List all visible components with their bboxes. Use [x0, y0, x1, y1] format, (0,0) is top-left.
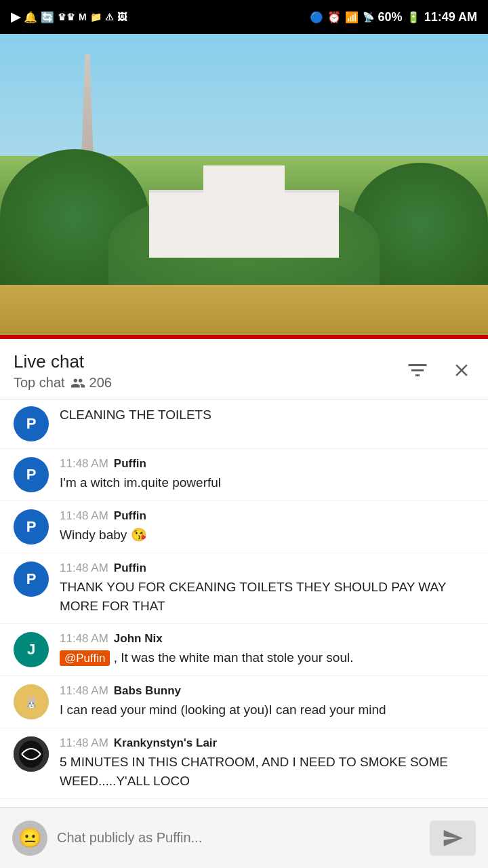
emoji-icon: 😐 [18, 827, 42, 849]
username: Puffin [114, 457, 146, 471]
message-meta: 11:48 AM Krankynstyn's Lair [60, 736, 474, 750]
signal-icon: 📡 [363, 12, 374, 22]
video-progress-bar[interactable] [0, 335, 488, 339]
avatar: P [14, 561, 49, 597]
timestamp: 11:48 AM [60, 561, 108, 575]
wifi-icon: 📶 [345, 11, 359, 24]
username: Puffin [114, 509, 146, 523]
message-text: CLEANING THE TOILETS [60, 408, 211, 422]
viewer-count: 206 [70, 375, 112, 391]
message-meta: 11:48 AM Puffin [60, 561, 474, 575]
message-content: 11:48 AM Krankynstyn's Lair 5 MINUTES IN… [60, 736, 474, 790]
username: Babs Bunny [114, 684, 181, 698]
timestamp: 11:48 AM [60, 632, 108, 646]
ground-area [0, 285, 488, 339]
timestamp: 11:48 AM [60, 457, 108, 471]
message-meta: 11:48 AM John Nix [60, 632, 474, 646]
close-button[interactable] [449, 357, 474, 385]
notification-icon: 🔔 [24, 11, 37, 24]
battery-icon: 🔋 [407, 11, 420, 24]
list-item: P 11:48 AM Puffin I'm a witch im.quite p… [0, 449, 488, 501]
svg-text:🐰: 🐰 [24, 695, 39, 709]
time-display: 11:49 AM [424, 10, 477, 24]
viewers-icon [70, 376, 85, 391]
message-content: 11:48 AM Babs Bunny I can read your mind… [60, 684, 474, 719]
timestamp: 11:48 AM [60, 684, 108, 698]
message-meta: 11:48 AM Puffin [60, 457, 474, 471]
top-chat-label[interactable]: Top chat [14, 375, 65, 391]
avatar: 🐰 [14, 684, 49, 719]
warning-icon: ⚠ [105, 12, 114, 22]
status-bar: ▶ 🔔 🔄 ♛♛ M 📁 ⚠ 🖼 🔵 ⏰ 📶 📡 60% 🔋 11:49 AM [0, 0, 488, 34]
babs-bunny-avatar-img: 🐰 [17, 688, 45, 716]
battery-text: 60% [378, 10, 403, 24]
message-text: THANK YOU FOR CKEANING TOILETS THEY SHOU… [60, 578, 474, 615]
message-text: 5 MINUTES IN THIS CHATROOM, AND I NEED T… [60, 753, 474, 790]
bluetooth-icon: 🔵 [310, 11, 323, 24]
emoji-button[interactable]: 😐 [12, 821, 47, 856]
filter-button[interactable] [403, 355, 432, 387]
message-text: @Puffin , It was the white man that stol… [60, 648, 474, 667]
message-content: 11:48 AM Puffin I'm a witch im.quite pow… [60, 457, 474, 492]
message-text: Windy baby 😘 [60, 526, 474, 545]
viewer-count-number: 206 [89, 375, 112, 391]
chat-header: Live chat Top chat 206 [0, 339, 488, 399]
play-icon: ▶ [11, 9, 20, 24]
avatar: P [14, 406, 49, 441]
alarm-icon: ⏰ [327, 11, 341, 24]
list-item: J 11:48 AM John Nix @Puffin , It was the… [0, 624, 488, 676]
m-icon: M [79, 12, 87, 22]
timestamp: 11:48 AM [60, 509, 108, 523]
list-item: 11:48 AM Krankynstyn's Lair 5 MINUTES IN… [0, 728, 488, 799]
chat-input[interactable] [57, 821, 420, 856]
avatar [14, 736, 49, 772]
list-item: P 11:48 AM Puffin THANK YOU FOR CKEANING… [0, 553, 488, 624]
image-icon: 🖼 [117, 12, 127, 22]
sync-icon: 🔄 [41, 11, 54, 24]
avatar: J [14, 632, 49, 667]
chat-messages-area[interactable]: P CLEANING THE TOILETS P 11:48 AM Puffin… [0, 399, 488, 868]
username: Krankynstyn's Lair [114, 736, 217, 750]
live-chat-title: Live chat [14, 351, 112, 372]
video-player[interactable] [0, 34, 488, 339]
svg-point-3 [19, 741, 43, 768]
chat-input-bar: 😐 [0, 807, 488, 868]
avatar: P [14, 509, 49, 545]
send-icon [442, 827, 464, 849]
send-button[interactable] [430, 821, 476, 856]
message-content: 11:48 AM Puffin THANK YOU FOR CKEANING T… [60, 561, 474, 615]
chat-header-actions [403, 355, 474, 387]
krankynstyn-avatar-img [14, 736, 49, 772]
list-item: P CLEANING THE TOILETS [0, 399, 488, 449]
mention-tag[interactable]: @Puffin [60, 650, 110, 666]
top-chat-row: Top chat 206 [14, 375, 112, 391]
status-right: 🔵 ⏰ 📶 📡 60% 🔋 11:49 AM [310, 10, 477, 24]
message-text: I can read your mind (looking at you)I c… [60, 701, 474, 719]
username: Puffin [114, 561, 146, 575]
message-content: CLEANING THE TOILETS [60, 406, 474, 425]
white-house-graphic [149, 190, 339, 258]
message-content: 11:48 AM Puffin Windy baby 😘 [60, 509, 474, 545]
message-meta: 11:48 AM Babs Bunny [60, 684, 474, 698]
folder-icon: 📁 [90, 12, 102, 22]
avatar: P [14, 457, 49, 492]
timestamp: 11:48 AM [60, 736, 108, 750]
list-item: P 11:48 AM Puffin Windy baby 😘 [0, 501, 488, 553]
close-icon [451, 360, 472, 380]
status-icons-left: ▶ 🔔 🔄 ♛♛ M 📁 ⚠ 🖼 [11, 9, 127, 24]
message-meta: 11:48 AM Puffin [60, 509, 474, 523]
message-text: I'm a witch im.quite powerful [60, 473, 474, 492]
username: John Nix [114, 632, 163, 646]
list-item: 🐰 11:48 AM Babs Bunny I can read your mi… [0, 676, 488, 728]
crown-icons: ♛♛ [58, 12, 75, 22]
message-text-after-mention: , It was the white man that stole your s… [114, 650, 354, 665]
message-content: 11:48 AM John Nix @Puffin , It was the w… [60, 632, 474, 667]
chat-header-left: Live chat Top chat 206 [14, 351, 112, 391]
filter-icon [405, 358, 430, 382]
